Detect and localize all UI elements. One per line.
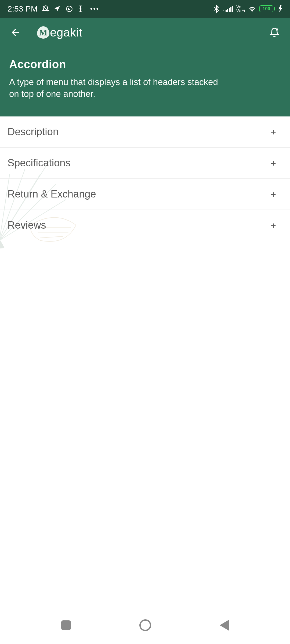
svg-point-1 [276,28,278,31]
accordion-label: Return & Exchange [8,188,96,200]
status-left: 2:53 PM ••• [8,4,99,13]
battery-indicator: 100 [259,5,275,12]
system-nav-bar [0,612,290,644]
page-title: Accordion [9,58,281,71]
expand-icon: + [271,190,276,199]
expand-icon: + [271,127,276,137]
accordion-item-reviews[interactable]: Reviews + [0,210,290,241]
expand-icon: + [271,159,276,168]
signal-dot: . [222,6,224,12]
telegram-icon [54,5,61,13]
expand-icon: + [271,221,276,230]
accordion-label: Specifications [8,157,70,169]
app-logo: M egakit [37,26,82,39]
app-header: M egakit Accordion A type of menu that d… [0,18,290,116]
nav-home-button[interactable] [139,619,151,631]
bluetooth-icon [214,5,219,13]
accordion-label: Reviews [8,219,46,231]
nav-recents-button[interactable] [61,620,71,630]
status-time: 2:53 PM [8,4,38,13]
accordion-list: Description + Specifications + Return & … [0,116,290,241]
cellular-signal-icon [226,6,233,12]
more-icon: ••• [90,5,99,13]
vowifi-label: VoWiFi [236,5,245,13]
charging-icon [278,5,282,12]
accordion-item-return-exchange[interactable]: Return & Exchange + [0,179,290,210]
logo-icon: M [37,26,49,39]
accordion-item-description[interactable]: Description + [0,116,290,148]
app-name: egakit [50,26,82,39]
status-right: . VoWiFi 100 [214,5,282,13]
back-button[interactable] [9,26,22,39]
content-area: Description + Specifications + Return & … [0,116,290,241]
dnd-icon [42,5,49,13]
accordion-label: Description [8,126,59,138]
app-icon [77,5,84,13]
nav-back-button[interactable] [220,620,229,631]
page-subtitle: A type of menu that displays a list of h… [9,76,229,100]
svg-point-0 [66,6,72,12]
notifications-button[interactable] [268,26,281,39]
accordion-item-specifications[interactable]: Specifications + [0,148,290,179]
header-top: M egakit [9,26,281,39]
status-bar: 2:53 PM ••• [0,0,290,18]
whatsapp-icon [66,5,73,13]
wifi-icon [248,6,256,12]
header-left: M egakit [9,26,82,39]
